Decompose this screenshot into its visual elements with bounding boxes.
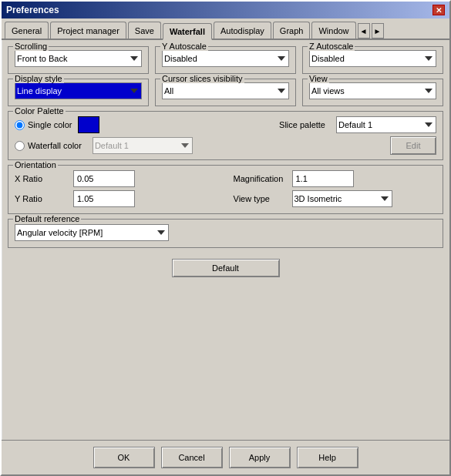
tab-general[interactable]: General [5, 22, 49, 39]
help-button[interactable]: Help [297, 447, 358, 468]
display-style-select[interactable]: Line display Solid display Wireframe [15, 82, 142, 99]
display-style-label: Display style [13, 74, 64, 83]
waterfall-color-row: Waterfall color Default 1 Default 2 Edit [15, 136, 436, 155]
orientation-grid: X Ratio 0.05 Magnification 1.1 Y Ratio 1… [15, 170, 436, 207]
window-title: Preferences [6, 5, 59, 15]
preferences-window: Preferences ✕ General Project manager Sa… [0, 0, 451, 476]
scrolling-group: Scrolling Front to Back Back to Front Di… [8, 46, 149, 74]
magnification-input[interactable]: 1.1 [292, 170, 354, 187]
color-radio-group: Single color [15, 120, 72, 130]
view-label: View [308, 74, 329, 83]
ok-button[interactable]: OK [93, 447, 155, 468]
y-ratio-row: Y Ratio 1.05 [15, 190, 218, 207]
tab-bar: General Project manager Save Waterfall A… [2, 18, 449, 40]
x-ratio-label: X Ratio [15, 174, 69, 183]
single-color-row: Single color Slice palette Default 1 Def… [15, 116, 436, 133]
y-autoscale-select[interactable]: Disabled Enabled [162, 50, 289, 67]
tab-nav-left[interactable]: ◄ [358, 23, 370, 39]
view-group: View All views Current view [302, 79, 443, 106]
bottom-bar: OK Cancel Apply Help [2, 440, 449, 474]
orientation-label: Orientation [13, 160, 58, 169]
magnification-label: Magnification [234, 174, 288, 183]
cursor-slices-select[interactable]: All Current None [162, 82, 289, 99]
scrolling-label: Scrolling [13, 42, 49, 51]
tab-waterfall[interactable]: Waterfall [163, 23, 212, 40]
y-ratio-input[interactable]: 1.05 [73, 190, 135, 207]
color-palette-label: Color Palette [13, 106, 66, 116]
slice-palette-text: Slice palette [279, 120, 325, 129]
cancel-button[interactable]: Cancel [161, 447, 223, 468]
slice-palette-select[interactable]: Default 1 Default 2 [336, 116, 436, 133]
waterfall-color-radio[interactable] [15, 141, 25, 151]
close-button[interactable]: ✕ [432, 5, 445, 15]
view-type-row: View type 3D Isometric 2D Top [234, 190, 437, 207]
row-display: Display style Line display Solid display… [8, 79, 443, 106]
waterfall-color-text: Waterfall color [28, 141, 82, 150]
y-autoscale-group: Y Autoscale Disabled Enabled [155, 46, 296, 74]
single-color-radio[interactable] [15, 120, 25, 130]
apply-button[interactable]: Apply [229, 447, 291, 468]
z-autoscale-select[interactable]: Disabled Enabled [309, 50, 436, 67]
z-autoscale-label: Z Autoscale [308, 42, 355, 51]
tab-nav-right[interactable]: ► [372, 23, 384, 39]
orientation-section: Orientation X Ratio 0.05 Magnification 1… [8, 165, 443, 214]
x-ratio-row: X Ratio 0.05 [15, 170, 218, 187]
default-button[interactable]: Default [172, 259, 280, 277]
default-reference-select[interactable]: Angular velocity [RPM] Frequency [Hz] Or… [15, 224, 169, 241]
waterfall-color-option: Waterfall color [15, 141, 82, 151]
view-type-select[interactable]: 3D Isometric 2D Top [292, 190, 392, 207]
z-autoscale-group: Z Autoscale Disabled Enabled [302, 46, 443, 74]
display-style-group: Display style Line display Solid display… [8, 79, 149, 106]
color-swatch[interactable] [78, 116, 99, 133]
row-autoscale: Scrolling Front to Back Back to Front Di… [8, 46, 443, 74]
view-type-label: View type [234, 194, 288, 203]
default-reference-section: Default reference Angular velocity [RPM]… [8, 219, 443, 248]
main-content: Scrolling Front to Back Back to Front Di… [2, 40, 449, 440]
tab-save[interactable]: Save [128, 22, 161, 39]
tab-autodisplay[interactable]: Autodisplay [214, 22, 271, 39]
color-palette-section: Color Palette Single color Slice palette… [8, 111, 443, 160]
tab-window[interactable]: Window [311, 22, 355, 39]
cursor-slices-label: Cursor slices visibility [160, 74, 244, 83]
view-select[interactable]: All views Current view [309, 82, 436, 99]
single-color-option: Single color [15, 120, 72, 130]
tab-project-manager[interactable]: Project manager [50, 22, 126, 39]
single-color-text: Single color [28, 120, 72, 129]
y-ratio-label: Y Ratio [15, 194, 69, 203]
cursor-slices-group: Cursor slices visibility All Current Non… [155, 79, 296, 106]
magnification-row: Magnification 1.1 [234, 170, 437, 187]
tab-graph[interactable]: Graph [273, 22, 311, 39]
y-autoscale-label: Y Autoscale [160, 42, 208, 51]
default-button-area: Default [8, 259, 443, 277]
waterfall-palette-select[interactable]: Default 1 Default 2 [93, 137, 193, 154]
title-bar: Preferences ✕ [2, 2, 449, 18]
scrolling-select[interactable]: Front to Back Back to Front Disabled [15, 50, 142, 67]
edit-button[interactable]: Edit [390, 136, 436, 155]
x-ratio-input[interactable]: 0.05 [73, 170, 135, 187]
default-reference-label: Default reference [13, 214, 81, 223]
